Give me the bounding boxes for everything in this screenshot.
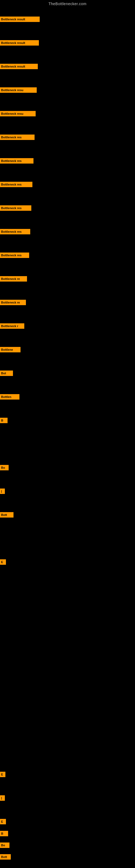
bottleneck-result-bar: Bottleneck result [0, 17, 40, 22]
bottleneck-result-bar: Bottleneck res [0, 134, 35, 140]
bottleneck-result-bar: B [0, 418, 8, 423]
bottleneck-result-bar: Bo [0, 842, 9, 848]
bottleneck-result-bar: Bot [0, 371, 13, 376]
bottleneck-result-bar: Bottleneck result [0, 64, 38, 69]
bottleneck-result-bar: Bott [0, 512, 13, 518]
bottleneck-result-bar: E [0, 559, 6, 565]
bottleneck-result-bar: E [0, 819, 6, 824]
bottleneck-result-bar: Bo [0, 465, 9, 470]
bottleneck-result-bar: Bottlen [0, 394, 19, 400]
bottleneck-result-bar: Bottlene [0, 347, 20, 352]
bottleneck-result-bar: Bottleneck res [0, 252, 29, 258]
bottleneck-result-bar: | [0, 795, 5, 801]
bottleneck-result-bar: Bottleneck res [0, 229, 30, 235]
bottleneck-result-bar: Bottleneck result [0, 40, 39, 45]
bottleneck-result-bar: Bottleneck r [0, 323, 24, 329]
bottleneck-result-bar: Bottleneck re [0, 300, 26, 305]
bottleneck-result-bar: Bottleneck re [0, 276, 27, 282]
bottleneck-result-bar: E [0, 772, 5, 777]
bottleneck-result-bar: Bottleneck res [0, 182, 32, 187]
bottleneck-result-bar: Bott [0, 854, 11, 860]
bottleneck-result-bar: B [0, 831, 8, 836]
bottleneck-result-bar: Bottleneck res [0, 205, 31, 211]
bottleneck-result-bar: Bottleneck res [0, 158, 34, 163]
bottleneck-result-bar: | [0, 489, 5, 494]
bottleneck-result-bar: Bottleneck resu [0, 111, 36, 116]
bottleneck-result-bar: Bottleneck resu [0, 87, 37, 93]
site-title: TheBottlenecker.com [0, 0, 135, 7]
